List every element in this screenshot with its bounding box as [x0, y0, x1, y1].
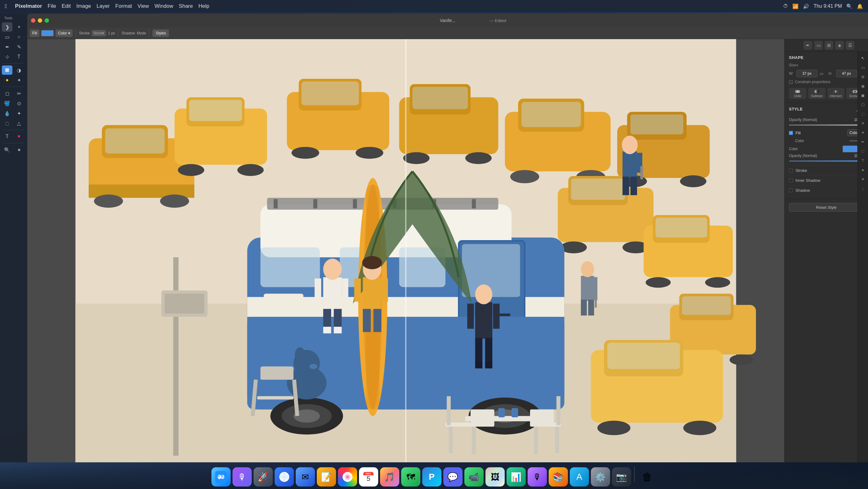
- opacity-slider[interactable]: [789, 124, 864, 126]
- tool-eyedrop[interactable]: 💧: [2, 109, 12, 118]
- prs-mask-icon[interactable]: ⊗: [859, 73, 867, 81]
- tool-fill[interactable]: 🪣: [2, 99, 12, 108]
- height-input[interactable]: [836, 70, 857, 77]
- dock-notes[interactable]: 📝: [317, 467, 336, 487]
- tool-eraser[interactable]: ◻: [2, 89, 12, 98]
- prs-arrow-down-icon[interactable]: ↓: [859, 184, 867, 192]
- intersect-btn[interactable]: Intersect: [827, 88, 845, 99]
- fullscreen-button[interactable]: [44, 18, 49, 23]
- prs-shape-icon[interactable]: ▭: [859, 63, 867, 71]
- tool-text[interactable]: T: [2, 132, 12, 141]
- panel-icon-pen[interactable]: ✒: [804, 41, 812, 50]
- unite-btn[interactable]: Unite: [789, 88, 806, 99]
- color-swatch[interactable]: [843, 146, 858, 152]
- dock-calendar[interactable]: DEC 5: [359, 467, 378, 487]
- tool-sharpen[interactable]: △: [13, 118, 24, 128]
- menu-edit[interactable]: Edit: [62, 3, 71, 9]
- dock-photos[interactable]: 🌸: [338, 467, 357, 487]
- dock-trash[interactable]: 🗑: [638, 467, 657, 487]
- reset-style-btn[interactable]: Reset Style: [789, 203, 864, 211]
- tool-paint[interactable]: [2, 65, 12, 75]
- dock-numbers[interactable]: 📊: [506, 467, 526, 487]
- prs-fill-icon[interactable]: ◼: [859, 91, 867, 99]
- dock-maps[interactable]: 🗺: [401, 467, 421, 487]
- tool-clone[interactable]: ⊙: [13, 99, 24, 108]
- menu-view[interactable]: View: [137, 3, 149, 9]
- tool-freehand[interactable]: ✎: [13, 42, 24, 52]
- toolbar-stroke-type[interactable]: None ▾: [92, 30, 106, 36]
- dock-books[interactable]: 📚: [549, 467, 568, 487]
- menu-file[interactable]: File: [48, 3, 56, 9]
- toolbar-styles-btn[interactable]: Styles: [153, 29, 169, 37]
- dock-music-app[interactable]: 🎵: [380, 467, 399, 487]
- notification-icon[interactable]: 🔔: [857, 3, 863, 9]
- menu-layer[interactable]: Layer: [96, 3, 110, 9]
- search-icon[interactable]: 🔍: [846, 3, 852, 9]
- panel-icon-arrange[interactable]: ⊞: [825, 41, 833, 50]
- toolbar-fill-btn[interactable]: Fill: [30, 29, 39, 37]
- tool-smudge[interactable]: ✦: [13, 76, 24, 85]
- constrain-checkbox[interactable]: [789, 80, 793, 84]
- menu-help[interactable]: Help: [198, 3, 209, 9]
- tool-pen[interactable]: ✒: [2, 42, 12, 52]
- apple-menu-icon[interactable]: : [5, 3, 7, 10]
- width-input[interactable]: [796, 70, 817, 77]
- prs-cursor-icon[interactable]: ↖: [859, 54, 867, 62]
- panel-icon-rect[interactable]: ▭: [814, 41, 823, 50]
- dock-prefs[interactable]: ⚙️: [591, 467, 610, 487]
- dock-facetime[interactable]: 📹: [464, 467, 484, 487]
- dock-podcasts[interactable]: 🎙: [528, 467, 547, 487]
- dock-appstore[interactable]: A: [570, 467, 589, 487]
- menu-format[interactable]: Format: [115, 3, 132, 9]
- prs-rect-icon[interactable]: □: [859, 147, 867, 155]
- tool-cursor[interactable]: ❯: [2, 22, 12, 32]
- dock-finder[interactable]: [211, 467, 230, 487]
- tool-oval[interactable]: ○: [13, 32, 24, 41]
- toolbar-fill-color[interactable]: [41, 30, 54, 36]
- panel-icon-style[interactable]: ◈: [835, 41, 844, 50]
- tool-gradient[interactable]: ◑: [13, 65, 24, 75]
- dock-siri[interactable]: 🎙: [232, 467, 252, 487]
- canvas-area[interactable]: [27, 39, 784, 462]
- prs-dot-icon[interactable]: ●: [859, 166, 867, 174]
- dock-pixelmator[interactable]: P: [422, 467, 441, 487]
- close-button[interactable]: [31, 18, 35, 23]
- menu-window[interactable]: Window: [154, 3, 173, 9]
- dock-discord[interactable]: 💬: [443, 467, 463, 487]
- prs-effect-icon[interactable]: ⬡: [859, 100, 867, 109]
- prs-pen-icon[interactable]: ✒: [859, 138, 867, 146]
- fill-opacity-slider[interactable]: [789, 161, 864, 162]
- minimize-button[interactable]: [38, 18, 42, 23]
- dock-mail[interactable]: ✉: [296, 467, 315, 487]
- prs-sun-icon[interactable]: ☀: [859, 119, 867, 127]
- tool-slice[interactable]: ⊹: [2, 52, 12, 61]
- panel-icon-menu[interactable]: ☰: [846, 41, 855, 50]
- dock-rocket[interactable]: 🚀: [254, 467, 273, 487]
- shadow-checkbox[interactable]: [789, 188, 793, 192]
- prs-wand-icon[interactable]: ⁕: [859, 175, 867, 183]
- dock-safari[interactable]: [275, 467, 294, 487]
- tool-type[interactable]: T: [13, 52, 24, 61]
- dock-photos2[interactable]: 🖼: [486, 467, 505, 487]
- tool-yellow-circle[interactable]: ●: [2, 76, 12, 85]
- tool-blur[interactable]: ◌: [2, 118, 12, 128]
- tool-pencil[interactable]: ✏: [13, 89, 24, 98]
- tool-magic[interactable]: ✦: [13, 109, 24, 118]
- menu-share[interactable]: Share: [179, 3, 193, 9]
- toolbar-fill-type[interactable]: Color ▾: [56, 29, 72, 37]
- tool-heart[interactable]: ♥: [13, 132, 24, 141]
- prs-star-icon[interactable]: ✦: [859, 128, 867, 137]
- prs-text-icon[interactable]: T: [859, 156, 867, 165]
- tool-wand[interactable]: ⁕: [13, 145, 24, 154]
- menu-image[interactable]: Image: [76, 3, 91, 9]
- menu-app-name[interactable]: Pixelmator: [15, 3, 42, 9]
- subtract-btn[interactable]: Subtract: [808, 88, 826, 99]
- stroke-checkbox[interactable]: [789, 169, 793, 173]
- fill-checkbox[interactable]: ✓: [789, 131, 793, 135]
- dock-photos3[interactable]: 📷: [612, 467, 631, 487]
- tool-zoom[interactable]: 🔍: [2, 145, 12, 154]
- tool-rectangle[interactable]: ▭: [2, 32, 12, 41]
- inner-shadow-checkbox[interactable]: [789, 178, 793, 182]
- prs-blur-icon[interactable]: ◌: [859, 110, 867, 118]
- prs-paint-icon[interactable]: ◉: [859, 82, 867, 90]
